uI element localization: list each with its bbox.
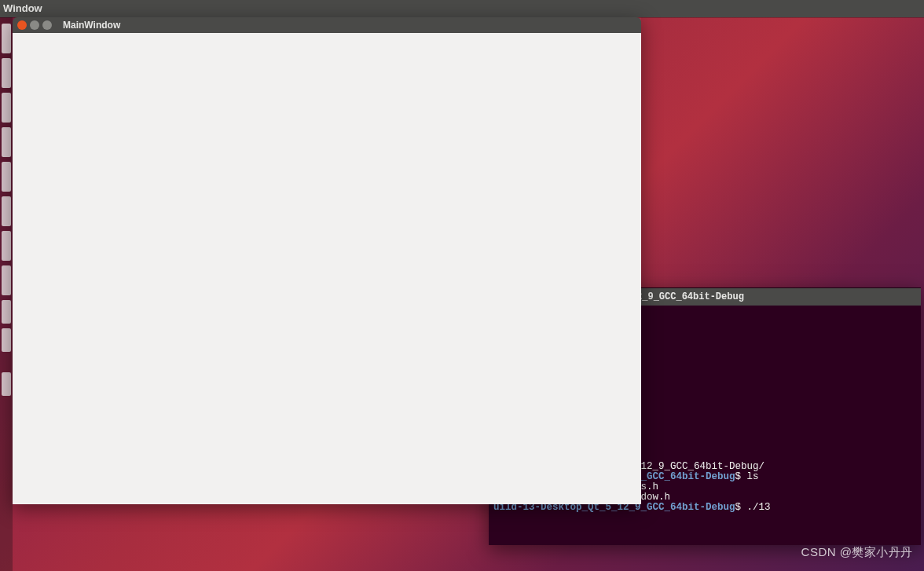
launcher-item[interactable] <box>2 300 11 324</box>
main-window: MainWindow <box>13 17 641 504</box>
launcher-item[interactable] <box>2 93 11 123</box>
watermark-text: CSDN @樊家小丹丹 <box>801 545 913 558</box>
minimize-button[interactable] <box>30 20 39 30</box>
launcher-item[interactable] <box>2 162 11 192</box>
close-button[interactable] <box>17 20 27 30</box>
menubar-title: Window <box>3 2 42 14</box>
launcher-item[interactable] <box>2 58 11 88</box>
launcher-item[interactable] <box>2 127 11 157</box>
launcher-item[interactable] <box>2 328 11 352</box>
top-menubar: Window <box>0 0 924 17</box>
term-text: $ ./13 <box>735 502 771 513</box>
launcher-spacer <box>2 357 11 368</box>
watermark: CSDN @樊家小丹丹 <box>801 545 913 560</box>
window-title: MainWindow <box>63 20 120 31</box>
launcher-item[interactable] <box>2 196 11 226</box>
main-window-body <box>13 33 641 504</box>
launcher-item[interactable] <box>2 372 11 396</box>
window-titlebar[interactable]: MainWindow <box>13 17 641 33</box>
term-text: $ ls <box>735 471 759 482</box>
launcher-item[interactable] <box>2 24 11 53</box>
unity-launcher <box>0 17 13 571</box>
maximize-button[interactable] <box>42 20 52 30</box>
launcher-item[interactable] <box>2 231 11 261</box>
window-buttons <box>17 20 52 30</box>
launcher-item[interactable] <box>2 265 11 295</box>
